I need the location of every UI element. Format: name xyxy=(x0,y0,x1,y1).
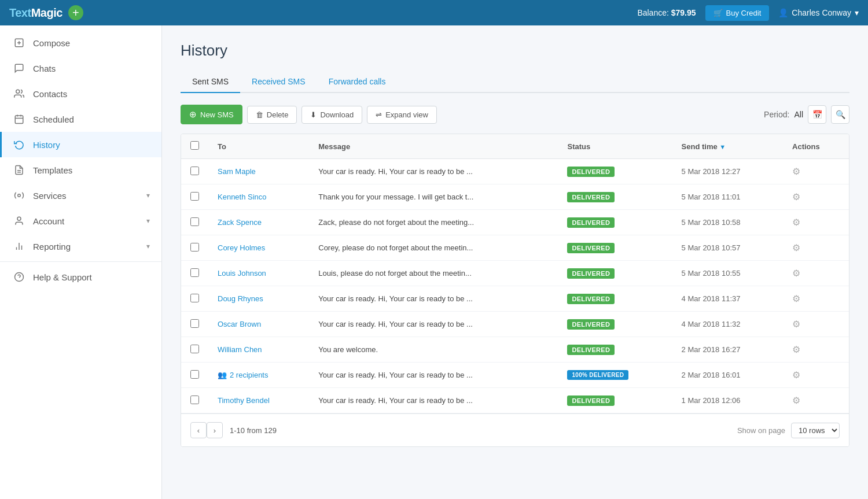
gear-icon[interactable]: ⚙ xyxy=(792,294,800,304)
table-row: Kenneth SincoThank you for your message.… xyxy=(181,184,849,210)
sidebar-item-chats[interactable]: Chats xyxy=(0,56,161,81)
recipient-link[interactable]: Oscar Brown xyxy=(218,320,261,328)
pagination-right: Show on page 10 rows 25 rows 50 rows xyxy=(737,423,840,438)
recipient-link[interactable]: 2 recipients xyxy=(230,371,268,379)
sidebar-item-scheduled[interactable]: Scheduled xyxy=(0,106,161,132)
search-icon: 🔍 xyxy=(836,110,845,119)
row-checkbox-cell xyxy=(181,261,208,286)
row-checkbox-cell xyxy=(181,159,208,184)
gear-icon[interactable]: ⚙ xyxy=(792,345,800,354)
add-button[interactable]: + xyxy=(68,5,83,20)
tab-received-sms[interactable]: Received SMS xyxy=(240,71,317,93)
status-badge: DELIVERED xyxy=(567,319,615,330)
row-checkbox-cell xyxy=(181,184,208,210)
row-checkbox-7[interactable] xyxy=(190,345,199,353)
next-page-button[interactable]: › xyxy=(207,422,223,438)
gear-icon[interactable]: ⚙ xyxy=(792,192,800,202)
status-badge: DELIVERED xyxy=(567,167,615,177)
row-checkbox-cell xyxy=(181,235,208,261)
sidebar-label-scheduled: Scheduled xyxy=(33,114,74,124)
row-checkbox-6[interactable] xyxy=(190,319,199,328)
gear-icon[interactable]: ⚙ xyxy=(792,370,800,380)
pagination: ‹ › 1-10 from 129 Show on page 10 rows 2… xyxy=(181,413,849,446)
sidebar-item-compose[interactable]: Compose xyxy=(0,30,161,56)
search-button[interactable]: 🔍 xyxy=(831,105,849,124)
tab-sent-sms[interactable]: Sent SMS xyxy=(181,71,240,93)
row-message: Your car is ready. Hi, Your car is ready… xyxy=(309,363,558,388)
gear-icon[interactable]: ⚙ xyxy=(792,243,800,253)
row-checkbox-8[interactable] xyxy=(190,370,199,379)
contacts-icon xyxy=(13,88,25,99)
row-send-time: 5 Mar 2018 10:57 xyxy=(672,235,784,261)
sidebar-item-account[interactable]: Account ▾ xyxy=(0,208,161,234)
download-button[interactable]: ⬇ Download xyxy=(301,106,362,124)
row-checkbox-3[interactable] xyxy=(190,243,199,252)
sidebar-item-templates[interactable]: Templates xyxy=(0,157,161,183)
table-row: Oscar BrownYour car is ready. Hi, Your c… xyxy=(181,312,849,337)
col-send-time[interactable]: Send time ▼ xyxy=(672,134,784,159)
row-checkbox-cell xyxy=(181,312,208,337)
cart-icon: 🛒 xyxy=(713,9,723,17)
table-row: Doug RhynesYour car is ready. Hi, Your c… xyxy=(181,286,849,312)
row-actions: ⚙ xyxy=(783,312,849,337)
user-menu[interactable]: 👤 Charles Conway ▾ xyxy=(778,8,859,17)
gear-icon[interactable]: ⚙ xyxy=(792,167,800,176)
col-message: Message xyxy=(309,134,558,159)
sidebar-item-contacts[interactable]: Contacts xyxy=(0,81,161,106)
svg-rect-2 xyxy=(15,116,23,124)
delete-button[interactable]: 🗑 Delete xyxy=(247,106,297,124)
recipient-link[interactable]: Doug Rhynes xyxy=(218,294,263,303)
recipient-link[interactable]: William Chen xyxy=(218,345,262,354)
recipient-link[interactable]: Kenneth Sinco xyxy=(218,193,267,201)
row-message: You are welcome. xyxy=(309,337,558,363)
trash-icon: 🗑 xyxy=(256,110,263,119)
new-sms-button[interactable]: ⊕ New SMS xyxy=(181,105,242,124)
row-send-time: 2 Mar 2018 16:01 xyxy=(672,363,784,388)
row-checkbox-4[interactable] xyxy=(190,268,199,277)
svg-point-9 xyxy=(17,217,21,220)
logo-text-magic: Text xyxy=(9,6,31,19)
row-checkbox-9[interactable] xyxy=(190,395,199,404)
sidebar-item-services[interactable]: Services ▾ xyxy=(0,183,161,208)
gear-icon[interactable]: ⚙ xyxy=(792,395,800,405)
row-checkbox-cell xyxy=(181,363,208,388)
sidebar-item-help[interactable]: Help & Support xyxy=(0,264,161,290)
row-send-time: 5 Mar 2018 11:01 xyxy=(672,184,784,210)
reporting-chevron-icon: ▾ xyxy=(146,242,150,250)
table-row: William ChenYou are welcome.DELIVERED2 M… xyxy=(181,337,849,363)
gear-icon[interactable]: ⚙ xyxy=(792,217,800,227)
tab-forwarded-calls[interactable]: Forwarded calls xyxy=(317,71,398,93)
sidebar-label-history: History xyxy=(33,140,60,150)
row-checkbox-5[interactable] xyxy=(190,294,199,302)
sidebar-item-history[interactable]: History xyxy=(0,132,161,157)
row-checkbox-2[interactable] xyxy=(190,217,199,226)
row-checkbox-0[interactable] xyxy=(190,167,199,175)
rows-per-page-select[interactable]: 10 rows 25 rows 50 rows xyxy=(791,423,840,438)
buy-credit-button[interactable]: 🛒 Buy Credit xyxy=(705,5,770,21)
row-recipient: Kenneth Sinco xyxy=(208,184,309,210)
select-all-checkbox[interactable] xyxy=(190,141,199,150)
row-checkbox-cell xyxy=(181,337,208,363)
row-actions: ⚙ xyxy=(783,363,849,388)
row-checkbox-1[interactable] xyxy=(190,192,199,201)
logo-container: TextMagic + xyxy=(9,5,83,20)
gear-icon[interactable]: ⚙ xyxy=(792,268,800,278)
chats-icon xyxy=(13,62,25,74)
recipient-link[interactable]: Zack Spence xyxy=(218,218,262,227)
row-recipient: Timothy Bendel xyxy=(208,388,309,413)
expand-view-button[interactable]: ⇌ Expand view xyxy=(367,106,437,124)
sidebar-divider xyxy=(0,261,161,262)
user-name: Charles Conway xyxy=(792,8,851,17)
recipient-link[interactable]: Timothy Bendel xyxy=(218,396,270,405)
prev-page-button[interactable]: ‹ xyxy=(190,422,207,438)
calendar-button[interactable]: 📅 xyxy=(808,105,826,124)
help-icon xyxy=(13,271,25,283)
row-recipient: Doug Rhynes xyxy=(208,286,309,312)
gear-icon[interactable]: ⚙ xyxy=(792,319,800,329)
recipient-link[interactable]: Corey Holmes xyxy=(218,243,265,252)
recipient-link[interactable]: Louis Johnson xyxy=(218,269,266,278)
sidebar-item-reporting[interactable]: Reporting ▾ xyxy=(0,234,161,259)
row-status: DELIVERED xyxy=(558,286,672,312)
row-status: DELIVERED xyxy=(558,312,672,337)
recipient-link[interactable]: Sam Maple xyxy=(218,167,256,176)
